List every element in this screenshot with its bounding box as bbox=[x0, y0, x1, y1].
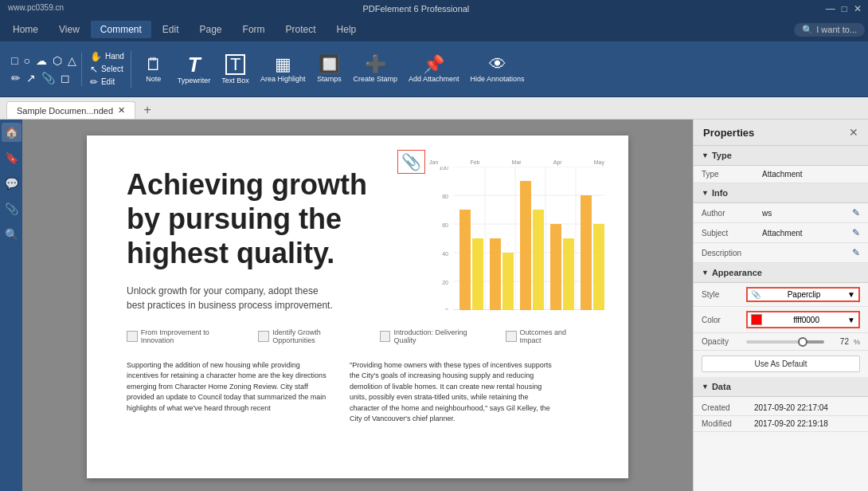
data-section-label: Data bbox=[712, 382, 731, 391]
style-select[interactable]: 📎 Paperclip ▼ bbox=[746, 287, 860, 302]
attachment-annotation[interactable]: 📎 bbox=[397, 150, 425, 174]
created-value: 2017-09-20 22:17:04 bbox=[754, 403, 828, 412]
tab-close-btn[interactable]: ✕ bbox=[118, 105, 125, 116]
document-page: 📎 Achieving growthby pursuing thehighest… bbox=[87, 136, 628, 478]
toolbar: □ ○ ☁ ⬡ △ ✏ ↗ 📎 ◻ ✋ Hand ↖ Select bbox=[0, 41, 868, 97]
circle-shape[interactable]: ○ bbox=[22, 53, 31, 69]
author-value: ws bbox=[762, 209, 847, 218]
tab-bar: Sample Documen...nded ✕ + bbox=[0, 97, 868, 120]
menu-page[interactable]: Page bbox=[190, 21, 232, 38]
opacity-thumb bbox=[798, 337, 807, 347]
sidebar-comment-icon[interactable]: 💬 bbox=[2, 174, 22, 193]
eraser-shape[interactable]: ◻ bbox=[59, 70, 72, 86]
author-label: Author bbox=[702, 209, 757, 218]
attach-shape[interactable]: 📎 bbox=[40, 70, 57, 86]
create-stamp-tool[interactable]: ➕ Create Stamp bbox=[348, 46, 402, 92]
color-dropdown-icon: ▼ bbox=[847, 316, 855, 324]
triangle-shape[interactable]: △ bbox=[66, 53, 78, 69]
create-stamp-label: Create Stamp bbox=[353, 75, 397, 83]
textbox-icon: T bbox=[225, 54, 245, 75]
style-icon: 📎 bbox=[751, 290, 760, 299]
svg-text:80: 80 bbox=[442, 194, 448, 199]
edit-tool[interactable]: ✏ bbox=[90, 77, 98, 88]
description-edit-btn[interactable]: ✎ bbox=[852, 247, 860, 258]
subject-row: Subject Attachment ✎ bbox=[694, 223, 868, 243]
select-tool[interactable]: ↖ bbox=[90, 64, 98, 75]
document-tab[interactable]: Sample Documen...nded ✕ bbox=[6, 101, 135, 119]
rect-shape[interactable]: □ bbox=[10, 53, 19, 69]
maximize-btn[interactable]: □ bbox=[842, 3, 847, 14]
color-select[interactable]: ffff0000 ▼ bbox=[746, 311, 860, 328]
appearance-section-header[interactable]: ▼ Appearance bbox=[694, 263, 868, 283]
area-highlight-tool[interactable]: ▦ Area Highlight bbox=[256, 46, 311, 92]
search-text: I want to... bbox=[816, 25, 857, 34]
stamps-tool[interactable]: 🔲 Stamps bbox=[311, 46, 346, 92]
info-section-header[interactable]: ▼ Info bbox=[694, 183, 868, 203]
sidebar-bookmark-icon[interactable]: 🔖 bbox=[2, 148, 22, 167]
chart-month-labels: Jan Feb Mar Apr May bbox=[429, 159, 604, 165]
icon-label-2: Identify Growth Opportunities bbox=[272, 328, 363, 344]
color-swatch bbox=[751, 314, 762, 325]
type-section-header[interactable]: ▼ Type bbox=[694, 146, 868, 166]
panel-close-btn[interactable]: ✕ bbox=[849, 126, 858, 139]
icon-box-1 bbox=[127, 331, 138, 342]
menu-view[interactable]: View bbox=[49, 21, 89, 38]
shapes-section: □ ○ ☁ ⬡ △ ✏ ↗ 📎 ◻ bbox=[6, 53, 82, 86]
main-tools-section: 🗒 Note T Typewriter T Text Box ▦ Area Hi… bbox=[133, 46, 533, 92]
cloud-shape[interactable]: ☁ bbox=[34, 53, 49, 69]
type-value: Attachment bbox=[762, 170, 860, 179]
month-feb: Feb bbox=[470, 159, 479, 165]
svg-text:20: 20 bbox=[442, 280, 448, 285]
svg-rect-12 bbox=[459, 210, 471, 310]
subject-edit-btn[interactable]: ✎ bbox=[852, 227, 860, 238]
add-attachment-tool[interactable]: 📌 Add Attachment bbox=[404, 46, 464, 92]
menu-home[interactable]: Home bbox=[3, 21, 48, 38]
pencil-shape[interactable]: ✏ bbox=[10, 70, 22, 86]
arrow-shape[interactable]: ↗ bbox=[25, 70, 37, 86]
add-attachment-icon: 📌 bbox=[423, 56, 444, 73]
stamps-label: Stamps bbox=[317, 75, 342, 83]
note-tool[interactable]: 🗒 Note bbox=[136, 46, 171, 92]
hand-tool[interactable]: ✋ bbox=[90, 51, 102, 62]
menu-edit[interactable]: Edit bbox=[153, 21, 189, 38]
search-bar[interactable]: 🔍 I want to... bbox=[794, 23, 865, 37]
sidebar-search-icon[interactable]: 🔍 bbox=[2, 225, 22, 244]
month-jan: Jan bbox=[429, 159, 438, 165]
minimize-btn[interactable]: — bbox=[826, 3, 835, 14]
data-section-header[interactable]: ▼ Data bbox=[694, 377, 868, 397]
close-btn[interactable]: ✕ bbox=[854, 3, 862, 14]
chart-svg: 100 80 60 40 20 0 bbox=[429, 167, 604, 310]
use-default-btn[interactable]: Use As Default bbox=[702, 355, 860, 372]
polygon-shape[interactable]: ⬡ bbox=[51, 53, 64, 69]
tab-label: Sample Documen...nded bbox=[17, 106, 113, 116]
hide-annotations-tool[interactable]: 👁 Hide Annotations bbox=[465, 46, 529, 92]
created-row: Created 2017-09-20 22:17:04 bbox=[694, 400, 868, 416]
menu-protect[interactable]: Protect bbox=[276, 21, 326, 38]
svg-text:100: 100 bbox=[439, 167, 448, 171]
menu-help[interactable]: Help bbox=[327, 21, 366, 38]
author-edit-btn[interactable]: ✎ bbox=[852, 207, 860, 218]
color-label: Color bbox=[702, 316, 741, 324]
created-label: Created bbox=[702, 403, 749, 412]
area-highlight-label: Area Highlight bbox=[260, 75, 306, 83]
document-area: 📎 Achieving growthby pursuing thehighest… bbox=[22, 120, 693, 491]
typewriter-tool[interactable]: T Typewriter bbox=[173, 46, 216, 92]
note-icon: 🗒 bbox=[145, 56, 162, 73]
menu-comment[interactable]: Comment bbox=[91, 21, 151, 38]
textbox-tool[interactable]: T Text Box bbox=[217, 46, 254, 92]
chart-area: Jan Feb Mar Apr May 100 80 bbox=[429, 159, 604, 319]
hide-annotations-label: Hide Annotations bbox=[470, 75, 524, 83]
subject-label: Subject bbox=[702, 229, 757, 238]
month-mar: Mar bbox=[512, 159, 522, 165]
svg-rect-20 bbox=[581, 195, 592, 310]
menu-form[interactable]: Form bbox=[233, 21, 275, 38]
sidebar-home-icon[interactable]: 🏠 bbox=[2, 123, 22, 142]
sidebar-attachment-icon[interactable]: 📎 bbox=[2, 199, 22, 218]
style-label: Style bbox=[702, 290, 741, 299]
style-dropdown-icon: ▼ bbox=[847, 290, 855, 299]
new-tab-btn[interactable]: + bbox=[139, 101, 156, 119]
annot-section: ✋ Hand ↖ Select ✏ Edit bbox=[84, 51, 131, 88]
body-col-2: "Providing home owners with these types … bbox=[350, 360, 557, 425]
opacity-slider[interactable] bbox=[746, 340, 824, 344]
note-label: Note bbox=[146, 75, 161, 83]
